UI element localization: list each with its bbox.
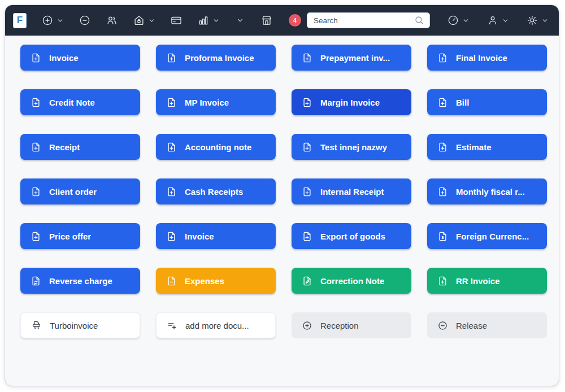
toolbar-users-button[interactable] [106,14,118,27]
file-plus-icon [437,142,448,153]
users-icon [106,14,118,27]
doc-button-accounting-note[interactable]: Accounting note [156,134,276,160]
doc-button-price-offer[interactable]: Price offer [20,223,140,249]
app-logo[interactable]: F [13,13,27,28]
toolbar-storefront-button[interactable] [260,14,273,27]
file-plus-icon [166,97,177,108]
doc-button-margin-invoice[interactable]: Margin Invoice [292,89,411,115]
file-plus-icon [302,97,312,108]
doc-button-prepayment-inv[interactable]: Prepayment inv... [292,45,411,71]
doc-button-proforma-invoice[interactable]: Proforma Invoice [156,45,276,71]
chevron-down-icon [462,17,470,24]
doc-button-foreign-currenc[interactable]: $ Foreign Currenc... [427,223,547,249]
toolbar-credit-card-button[interactable] [170,14,182,27]
doc-button-receipt[interactable]: Receipt [20,134,140,160]
doc-button-expenses[interactable]: Expenses [156,268,276,294]
file-refresh-icon [31,276,41,286]
file-plus-icon [31,53,41,63]
toolbar-minus-circle-button[interactable] [79,14,91,27]
doc-button-turboinvoice[interactable]: Turboinvoice [20,312,140,338]
search-box [307,12,430,28]
doc-button-bill[interactable]: Bill [427,89,547,115]
list-plus-icon [167,320,177,331]
toolbar-plus-circle-button[interactable] [41,14,64,27]
file-plus-icon [302,142,312,153]
plus-circle-icon [41,14,54,27]
doc-button-final-invoice[interactable]: Final Invoice [427,45,547,71]
chevron-down-icon [148,17,155,24]
doc-button-export-of-goods[interactable]: Export of goods [292,223,411,249]
file-plus-icon [437,53,448,63]
circle-plus-icon [302,320,312,331]
document-buttons-grid: Invoice Proforma Invoice Prepayment inv.… [5,36,559,338]
doc-button-cash-receipts[interactable]: Cash Receipts [156,178,276,204]
doc-button-reception[interactable]: Reception [292,312,411,338]
file-plus-icon [437,276,448,286]
gear-icon [526,14,538,27]
chevron-down-icon [502,17,509,24]
toolbar-right-group [430,14,549,27]
toolbar-gauge-button[interactable] [447,14,470,27]
file-plus-icon [302,186,312,197]
app-logo-letter: F [17,15,23,26]
doc-button-reverse-charge[interactable]: Reverse charge [20,268,140,294]
minus-circle-icon [79,14,91,27]
toolbar-home-lock-button[interactable] [133,14,155,27]
credit-card-icon [170,14,182,27]
toolbar-gear-button[interactable] [526,14,549,27]
toolbar-left-group [27,14,273,27]
file-plus-icon [31,97,41,108]
doc-button-internal-receipt[interactable]: Internal Receipt [292,178,411,204]
chevron-down-icon [541,17,549,24]
file-plus-icon [166,53,177,63]
doc-button-client-order[interactable]: Client order [20,178,140,204]
home-lock-icon [133,14,145,27]
file-plus-icon [166,142,177,153]
doc-button-rr-invoice[interactable]: RR Invoice [427,268,547,294]
file-plus-icon [31,231,41,242]
file-plus-icon [302,53,312,63]
svg-text:$: $ [442,235,444,239]
file-plus-icon [166,186,177,197]
toolbar-bar-chart-button[interactable] [197,14,220,27]
file-minus-icon [166,276,177,286]
doc-button-correction-note[interactable]: Correction Note [292,268,411,294]
doc-button-credit-note[interactable]: Credit Note [20,89,140,115]
top-toolbar: F 4 [5,5,559,36]
doc-button-mp-invoice[interactable]: MP Invoice [156,89,276,115]
chevron-down-icon [56,17,64,24]
user-icon [486,14,499,27]
toolbar-chevron-down-button[interactable] [234,16,246,24]
bar-chart-icon [197,14,210,27]
doc-button-release[interactable]: Release [427,312,547,338]
circle-minus-icon [437,320,448,331]
file-plus-icon [302,231,312,242]
notification-badge[interactable]: 4 [289,14,301,27]
chevron-down-icon [236,16,244,24]
shredder-icon [31,320,42,331]
storefront-icon [260,14,273,27]
doc-button-test-innej-nazwy[interactable]: Test innej nazwy [292,134,411,160]
file-plus-icon [437,97,448,108]
gauge-icon [447,14,459,27]
file-currency-icon: $ [437,231,448,242]
doc-button-estimate[interactable]: Estimate [427,134,547,160]
doc-button-monthly-fiscal-r[interactable]: Monthly fiscal r... [427,178,547,204]
doc-button-add-more-docu[interactable]: add more docu... [156,312,276,338]
file-edit-icon [302,276,312,286]
chevron-down-icon [212,17,220,24]
search-input[interactable] [312,16,410,25]
app-window: F 4 Invoice Proforma Invoice Prepayment … [5,5,559,386]
toolbar-user-button[interactable] [486,14,509,27]
search-icon[interactable] [414,15,424,25]
file-plus-icon [31,186,41,197]
doc-button-invoice[interactable]: Invoice [156,223,276,249]
file-plus-icon [166,231,177,242]
file-plus-icon [31,142,41,153]
doc-button-invoice[interactable]: Invoice [20,45,140,71]
file-plus-icon [437,186,448,197]
